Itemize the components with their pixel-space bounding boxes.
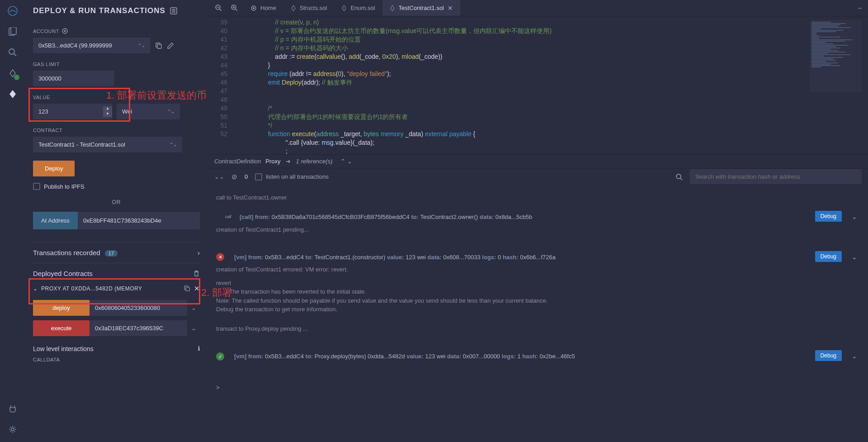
copy-account-icon[interactable] xyxy=(155,42,162,49)
tab-icon xyxy=(291,5,296,11)
at-address-button[interactable]: At Address xyxy=(33,212,78,229)
publish-ipfs-label: Publish to IPFS xyxy=(44,183,85,190)
tab-label: Structs.sol xyxy=(300,5,327,11)
icon-sidebar xyxy=(0,0,25,442)
chevron-down-icon[interactable]: ⌄ xyxy=(187,320,200,336)
fn-execute-input[interactable] xyxy=(90,320,187,336)
code-editor[interactable]: 3940414243444546474849505152 // create(v… xyxy=(208,16,868,154)
deployed-contracts-title: Deployed Contracts xyxy=(33,270,93,277)
value-spinner[interactable]: ▲▼ xyxy=(103,106,112,117)
terminal-prompt[interactable]: > xyxy=(216,380,860,396)
deploy-run-icon[interactable] xyxy=(7,89,18,100)
gas-limit-label: GAS LIMIT xyxy=(33,62,200,67)
breadcrumb-down-icon[interactable]: ⌄ xyxy=(347,158,352,165)
deploy-run-panel: DEPLOY & RUN TRANSACTIONS ACCOUNT 0x5B3.… xyxy=(25,0,208,442)
log-entry: call [call] from: 0x5B38Da6a701c568545dC… xyxy=(216,211,860,234)
close-tab-icon[interactable]: ✕ xyxy=(448,5,453,12)
remix-logo-icon[interactable] xyxy=(7,5,18,16)
close-instance-icon[interactable]: ✕ xyxy=(194,285,200,293)
contract-instance-header[interactable]: ⌄ PROXY AT 0XDDA...5482D (MEMORY ✕ xyxy=(33,282,200,295)
log-entry: ✓ [vm] from: 0x5B3...eddC4 to: Proxy.dep… xyxy=(216,350,860,363)
gas-limit-input[interactable] xyxy=(33,71,114,86)
tx-count-badge: 17 xyxy=(105,250,118,257)
svg-point-25 xyxy=(253,7,255,9)
pending-tx-count: 0 xyxy=(245,173,248,180)
tab-icon xyxy=(390,5,395,11)
chevron-down-icon[interactable]: ⌄ xyxy=(852,352,857,361)
svg-line-4 xyxy=(14,54,16,56)
chevron-down-icon[interactable]: ⌄ xyxy=(852,212,857,222)
chevron-right-icon: › xyxy=(198,249,200,257)
search-icon[interactable] xyxy=(7,47,18,58)
fn-deploy-input[interactable] xyxy=(90,300,187,316)
breadcrumb-up-icon[interactable]: ⌃ xyxy=(340,158,345,165)
account-select[interactable]: 0x5B3...eddC4 (99.9999999⌃⌄ xyxy=(33,38,151,53)
value-input[interactable] xyxy=(33,104,103,119)
editor-code[interactable]: // create(v, p, n) // v = 部署合约发送的以太坊主币的数… xyxy=(233,16,868,154)
info-icon[interactable]: i xyxy=(198,345,200,352)
terminal-block-icon[interactable]: ⊘ xyxy=(231,173,237,181)
debug-button[interactable]: Debug xyxy=(815,350,842,361)
annotation-label-2: 2. 部署 xyxy=(201,286,232,299)
tab-label: Enum.sol xyxy=(350,5,375,11)
svg-point-0 xyxy=(8,6,17,15)
listen-label: listen on all transactions xyxy=(266,173,329,180)
svg-line-27 xyxy=(680,178,682,180)
panel-menu-icon[interactable] xyxy=(170,7,177,14)
svg-rect-16 xyxy=(186,287,189,291)
tab-label: TestContract1.sol xyxy=(399,5,444,11)
terminal-output[interactable]: call to TestContract1.owner call [call] … xyxy=(208,185,868,442)
editor-tab[interactable]: TestContract1.sol✕ xyxy=(382,0,460,16)
svg-line-21 xyxy=(236,9,237,11)
at-address-input[interactable] xyxy=(78,212,200,229)
expand-tabs-icon[interactable]: ↔ xyxy=(851,5,868,11)
svg-line-18 xyxy=(220,9,222,11)
editor-tab[interactable]: Enum.sol xyxy=(334,0,382,16)
solidity-compiler-icon[interactable] xyxy=(7,68,18,79)
editor-tab[interactable]: Home xyxy=(243,0,283,16)
panel-title: DEPLOY & RUN TRANSACTIONS xyxy=(33,6,200,15)
copy-instance-icon[interactable] xyxy=(184,285,190,292)
share-icon[interactable] xyxy=(285,158,292,165)
success-status-icon: ✓ xyxy=(216,352,224,361)
svg-point-5 xyxy=(11,428,14,431)
file-explorer-icon[interactable] xyxy=(7,26,18,37)
chevron-down-icon[interactable]: ⌄ xyxy=(852,252,857,262)
zoom-in-icon[interactable] xyxy=(227,5,241,11)
terminal-collapse-icon[interactable]: ⌄⌄ xyxy=(214,173,224,180)
debug-button[interactable]: Debug xyxy=(815,251,842,262)
svg-rect-2 xyxy=(11,27,16,34)
debug-button[interactable]: Debug xyxy=(815,211,842,222)
publish-ipfs-checkbox[interactable] xyxy=(33,183,40,190)
svg-point-3 xyxy=(9,49,14,54)
chevron-down-icon[interactable]: ⌄ xyxy=(187,300,200,316)
editor-breadcrumb[interactable]: ContractDefinition Proxy 1 reference(s) … xyxy=(208,154,868,168)
terminal-toolbar: ⌄⌄ ⊘ 0 listen on all transactions xyxy=(208,168,868,185)
fn-execute-button[interactable]: execute xyxy=(33,320,90,336)
terminal-search-input[interactable] xyxy=(690,169,862,184)
edit-account-icon[interactable] xyxy=(167,42,174,49)
listen-checkbox[interactable] xyxy=(255,173,262,181)
value-unit-select[interactable]: Wei⌃⌄ xyxy=(117,104,180,119)
tab-icon xyxy=(341,5,347,11)
editor-tabs-bar: HomeStructs.solEnum.solTestContract1.sol… xyxy=(208,0,868,16)
account-label: ACCOUNT xyxy=(33,28,200,34)
trash-icon[interactable] xyxy=(193,270,200,277)
svg-point-26 xyxy=(676,174,681,179)
editor-tab[interactable]: Structs.sol xyxy=(283,0,335,16)
plugin-manager-icon[interactable] xyxy=(7,403,18,414)
account-plus-icon[interactable] xyxy=(62,28,68,34)
chevron-down-icon[interactable]: ⌄ xyxy=(33,285,38,292)
fn-deploy-button[interactable]: deploy xyxy=(33,300,90,316)
transactions-recorded-row[interactable]: Transactions recorded 17 › xyxy=(33,242,200,263)
deploy-button[interactable]: Deploy xyxy=(33,161,75,176)
svg-rect-14 xyxy=(157,44,161,48)
low-level-label: Low level interactions xyxy=(33,345,94,352)
log-text: call to TestContract1.owner xyxy=(216,193,860,202)
contract-select[interactable]: TestContract1 - TestContract1.sol⌃⌄ xyxy=(33,137,182,152)
settings-icon[interactable] xyxy=(7,424,18,435)
tab-icon xyxy=(250,5,257,11)
zoom-out-icon[interactable] xyxy=(212,5,226,11)
terminal-search-icon[interactable] xyxy=(675,173,683,181)
contract-label: CONTRACT xyxy=(33,128,200,133)
